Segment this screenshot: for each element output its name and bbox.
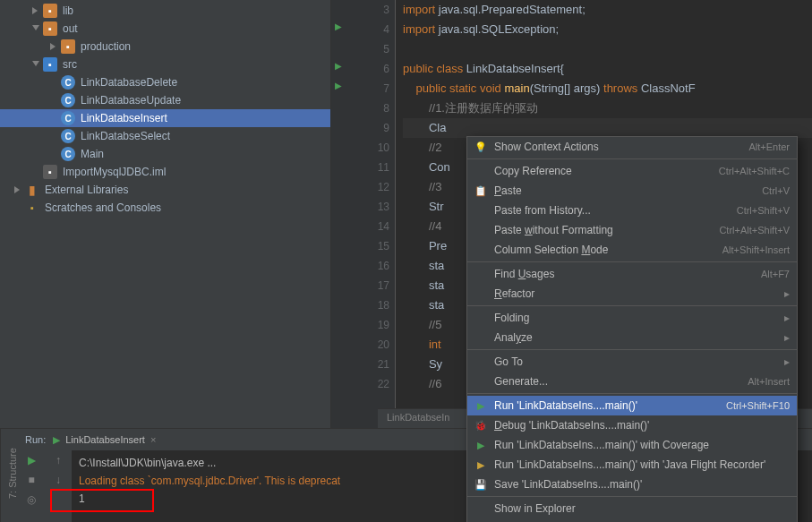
run-tab[interactable]: ▶ LinkDatabseInsert ×: [46, 432, 163, 448]
menu-separator: [467, 496, 797, 497]
down-icon[interactable]: ↓: [56, 474, 61, 486]
tree-arrow-icon[interactable]: [14, 204, 21, 211]
tree-item-label: lib: [63, 4, 73, 17]
menu-label: Refactor: [494, 287, 781, 300]
code-line-8[interactable]: //1.注册数据库的驱动: [403, 98, 812, 118]
menu-icon: ▶: [473, 400, 489, 412]
tree-arrow-icon[interactable]: [50, 43, 57, 50]
folder-blue-icon: ▪: [43, 57, 57, 72]
run-gutter-icon[interactable]: ▶: [335, 21, 342, 31]
tree-item-out[interactable]: ▪out: [0, 20, 330, 38]
tree-item-linkdatabaseupdate[interactable]: CLinkDatabaseUpdate: [0, 91, 330, 109]
camera-icon[interactable]: ◎: [27, 493, 36, 506]
code-line-6[interactable]: public class LinkDatabseInsert{: [403, 59, 812, 79]
menu-shortcut: Alt+F7: [761, 269, 790, 279]
menu-item-go-to[interactable]: Go To▸: [467, 352, 797, 372]
menu-shortcut: Ctrl+V: [762, 185, 790, 196]
tree-item-label: src: [63, 58, 77, 71]
tree-item-linkdatabseselect[interactable]: CLinkDatabseSelect: [0, 127, 330, 145]
up-icon[interactable]: ↑: [56, 454, 61, 466]
menu-item-show-context-actions[interactable]: 💡Show Context ActionsAlt+Enter: [467, 137, 797, 157]
menu-separator: [467, 305, 797, 306]
run-gutter-icon[interactable]: ▶: [335, 61, 342, 71]
menu-icon: ▶: [473, 459, 489, 471]
menu-item-column-selection-mode[interactable]: Column Selection ModeAlt+Shift+Insert: [467, 240, 797, 260]
tree-arrow-icon[interactable]: [14, 186, 21, 193]
class-icon: C: [61, 129, 75, 143]
menu-label: Paste without Formatting: [494, 224, 712, 236]
menu-item-find-usages[interactable]: Find UsagesAlt+F7: [467, 264, 797, 284]
menu-icon: 🐞: [473, 420, 489, 432]
run-toolbar[interactable]: ▶ ■ ◎: [18, 450, 45, 522]
menu-label: Find Usages: [494, 268, 754, 280]
editor-context-menu[interactable]: 💡Show Context ActionsAlt+EnterCopy Refer…: [466, 136, 798, 522]
menu-item-show-in-explorer[interactable]: Show in Explorer: [467, 499, 797, 518]
tree-item-importmysqljdbc-iml[interactable]: ▪ImportMysqlJDBC.iml: [0, 163, 330, 181]
tree-item-label: LinkDatabseInsert: [81, 112, 167, 124]
tree-arrow-icon[interactable]: [32, 25, 39, 32]
menu-item-run-linkdatabseins-main-with-java-flight-recorder[interactable]: ▶Run 'LinkDatabseIns....main()' with 'Ja…: [467, 455, 797, 475]
menu-label: Run 'LinkDatabseIns....main()' with Cove…: [494, 439, 790, 451]
menu-item-paste-without-formatting[interactable]: Paste without FormattingCtrl+Alt+Shift+V: [467, 220, 797, 240]
folder-orange-icon: ▪: [43, 21, 57, 36]
tree-item-linkdatabasedelete[interactable]: CLinkDatabaseDelete: [0, 73, 330, 91]
tool-window-stripe[interactable]: 7: Structure: [0, 429, 18, 522]
menu-shortcut: Ctrl+Shift+V: [737, 205, 790, 216]
scratch-icon: ▪: [25, 201, 39, 215]
tree-item-linkdatabseinsert[interactable]: CLinkDatabseInsert: [0, 109, 330, 127]
menu-label: Column Selection Mode: [494, 244, 715, 256]
stop-icon[interactable]: ■: [28, 474, 34, 486]
tree-arrow-icon[interactable]: [50, 133, 57, 140]
tree-item-scratches-and-consoles[interactable]: ▪Scratches and Consoles: [0, 199, 330, 217]
menu-item-copy-reference[interactable]: Copy ReferenceCtrl+Alt+Shift+C: [467, 161, 797, 181]
run-gutter-icon[interactable]: ▶: [335, 81, 342, 90]
tree-arrow-icon[interactable]: [32, 61, 39, 68]
menu-item-run-linkdatabseins-main-with-coverage[interactable]: ▶Run 'LinkDatabseIns....main()' with Cov…: [467, 435, 797, 455]
menu-label: Show in Explorer: [494, 502, 790, 515]
menu-item-folding[interactable]: Folding▸: [467, 308, 797, 328]
folder-orange-icon: ▪: [43, 4, 57, 18]
tree-arrow-icon[interactable]: [50, 97, 57, 104]
close-icon[interactable]: ×: [150, 434, 156, 445]
run-label: Run:: [25, 434, 46, 445]
submenu-arrow-icon: ▸: [784, 312, 790, 324]
tree-arrow-icon[interactable]: [50, 150, 57, 158]
menu-shortcut: Ctrl+Shift+F10: [726, 400, 790, 411]
menu-item-generate[interactable]: Generate...Alt+Insert: [467, 372, 797, 391]
tree-item-lib[interactable]: ▪lib: [0, 2, 330, 20]
menu-item-analyze[interactable]: Analyze▸: [467, 328, 797, 347]
lib-icon: ▮: [25, 183, 39, 197]
menu-label: Debug 'LinkDatabseIns....main()': [494, 419, 790, 432]
menu-shortcut: Alt+Insert: [748, 376, 790, 387]
code-line-9[interactable]: Cla: [403, 118, 812, 138]
code-line-7[interactable]: public static void main(String[] args) t…: [403, 79, 812, 98]
code-line-4[interactable]: import java.sql.SQLException;: [403, 20, 812, 39]
menu-label: Show Context Actions: [494, 141, 741, 153]
menu-item-save-linkdatabseins-main[interactable]: 💾Save 'LinkDatabseIns....main()': [467, 475, 797, 494]
code-line-5[interactable]: [403, 39, 812, 59]
tree-arrow-icon[interactable]: [50, 79, 57, 86]
menu-shortcut: Ctrl+Alt+Shift+C: [719, 166, 790, 176]
code-line-3[interactable]: import java.sql.PreparedStatement;: [403, 0, 812, 20]
tree-item-production[interactable]: ▪production: [0, 38, 330, 56]
menu-item-debug-linkdatabseins-main[interactable]: 🐞Debug 'LinkDatabseIns....main()': [467, 415, 797, 435]
menu-item-paste-from-history[interactable]: Paste from History...Ctrl+Shift+V: [467, 201, 797, 220]
tree-arrow-icon[interactable]: [50, 115, 57, 122]
tree-item-main[interactable]: CMain: [0, 145, 330, 163]
project-tree[interactable]: ▪lib▪out▪production▪srcCLinkDatabaseDele…: [0, 0, 331, 428]
menu-item-run-linkdatabseins-main[interactable]: ▶Run 'LinkDatabseIns....main()'Ctrl+Shif…: [467, 396, 797, 415]
menu-label: Run 'LinkDatabseIns....main()': [494, 399, 719, 412]
menu-label: Folding: [494, 312, 781, 324]
rerun-icon[interactable]: ▶: [28, 454, 36, 466]
tree-arrow-icon[interactable]: [32, 168, 39, 175]
menu-item-file-path[interactable]: File PathCtrl+Alt+F12: [467, 518, 797, 522]
menu-item-refactor[interactable]: Refactor▸: [467, 284, 797, 304]
tree-arrow-icon[interactable]: [32, 7, 39, 14]
tree-item-src[interactable]: ▪src: [0, 56, 330, 73]
menu-icon: 📋: [473, 185, 489, 197]
tree-item-external-libraries[interactable]: ▮External Libraries: [0, 181, 330, 199]
menu-item-paste[interactable]: 📋PasteCtrl+V: [467, 181, 797, 201]
menu-label: Analyze: [494, 331, 781, 344]
run-toolbar-2[interactable]: ↑ ↓: [45, 450, 72, 522]
tree-item-label: Main: [81, 148, 104, 160]
